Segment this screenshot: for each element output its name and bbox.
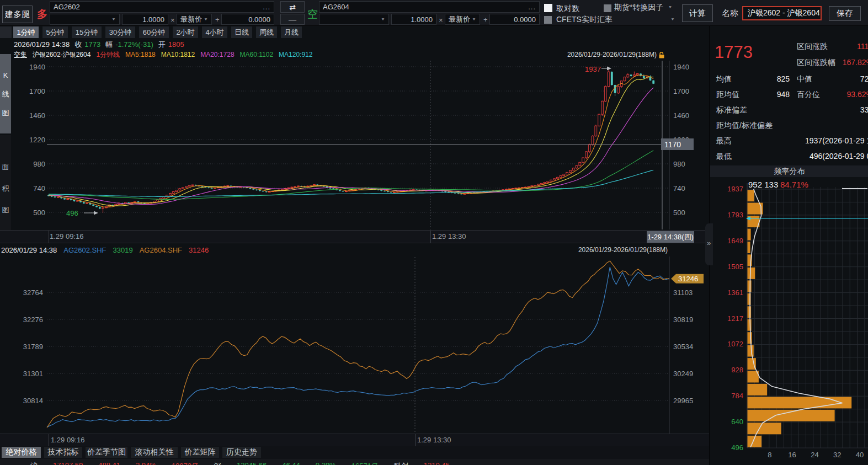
period-tab-9[interactable]: 月线 <box>281 26 302 38</box>
bottom-tab-5[interactable]: 历史走势 <box>222 447 261 458</box>
stat-range-pct-label: 区间涨跌幅 <box>797 58 835 68</box>
stat-mean-value: 825 <box>762 74 790 83</box>
svg-text:740: 740 <box>33 184 45 193</box>
fx-checkbox[interactable] <box>544 16 552 24</box>
collapse-chevron-icon: » <box>707 239 711 247</box>
svg-text:31246: 31246 <box>678 275 698 283</box>
stat-low-value: 496(2026-01-29 09:33) <box>810 152 868 161</box>
stat-high-label: 最高 <box>716 136 732 146</box>
lower-x-label-mid: 1.29 13:30 <box>417 436 451 444</box>
bottom-tab-2[interactable]: 价差季节图 <box>86 447 127 458</box>
factor-select[interactable]: 期货*转换因子▼ <box>614 2 675 13</box>
leg1-multiplier-input[interactable]: 1.0000 <box>122 14 168 25</box>
bottom-tab-row: 绝对价格技术指标价差季节图滚动相关性价差矩阵历史走势 <box>0 446 709 459</box>
chevron-down-icon: ▼ <box>670 18 675 22</box>
lower-datetime: 2026/01/29 14:38 <box>1 246 57 254</box>
right-panel: 1773 区间涨跌 1110 区间涨跌幅 167.82% 均值 825 中值 7… <box>709 26 868 465</box>
stat-low-label: 最低 <box>716 152 732 162</box>
leg2-contract-select[interactable]: ▼ <box>319 14 389 25</box>
freq-dist-title: 频率分布 <box>710 165 868 177</box>
main-kline-chart[interactable]: 1940194017001700146014601220122098098074… <box>0 61 709 244</box>
name-label: 名称 <box>722 8 738 19</box>
leg1-contract-select[interactable]: ▼ <box>50 14 120 25</box>
close-label: 收 <box>74 40 82 50</box>
bottom-tab-4[interactable]: 价差矩阵 <box>181 447 219 458</box>
svg-text:1649: 1649 <box>727 237 743 245</box>
lock-icon[interactable] <box>658 51 665 59</box>
svg-text:30819: 30819 <box>673 316 693 324</box>
leg1-offset-input[interactable]: 0.0000 <box>221 14 274 25</box>
chevron-down-icon: ▼ <box>472 17 476 21</box>
svg-text:30249: 30249 <box>673 370 693 378</box>
freq-distribution-chart: 1937179316491505136112171072928784640496… <box>710 178 868 465</box>
status-segment-6: 12045.66 <box>237 461 267 465</box>
open-value: 1805 <box>168 40 184 49</box>
period-tab-7[interactable]: 日线 <box>231 26 252 38</box>
lower-price-chart[interactable]: 3276431103322763081931789305343130130249… <box>0 256 709 447</box>
leg2-offset-input[interactable]: 0.0000 <box>489 14 540 25</box>
factor-checkbox[interactable] <box>604 4 611 12</box>
svg-text:40: 40 <box>856 451 864 459</box>
svg-text:1937: 1937 <box>585 65 601 73</box>
leg2-multiplier-input[interactable]: 1.0000 <box>391 14 436 25</box>
svg-text:1460: 1460 <box>29 111 45 120</box>
leg2-symbol-input[interactable]: AG2604 ... <box>319 1 540 13</box>
pair-label: 沪银2602-沪银2604 <box>33 50 90 60</box>
swap-legs-button[interactable]: ⇄ <box>280 1 305 13</box>
svg-text:32: 32 <box>833 451 841 459</box>
period-tab-0[interactable]: 1分钟 <box>13 26 39 38</box>
open-label: 开 <box>158 40 166 50</box>
crosshair-time-badge: 1-29 14:38(四) <box>647 231 694 243</box>
save-button[interactable]: 保存 <box>829 6 861 21</box>
panel-collapse-handle[interactable]: » <box>705 223 713 265</box>
leg2-price-type-select[interactable]: 最新价▼ <box>445 14 480 25</box>
main-chart-header: 2026/01/29 14:38 收 1773 幅 -1.72%(-31) 开 … <box>14 40 184 50</box>
stat-pctile-label: 百分位 <box>797 90 820 100</box>
svg-text:1700: 1700 <box>673 87 689 95</box>
fx-rate-select[interactable]: CFETS实时汇率▼ <box>556 14 675 25</box>
svg-text:500: 500 <box>673 209 685 217</box>
svg-text:640: 640 <box>731 418 743 426</box>
svg-text:1361: 1361 <box>727 288 743 297</box>
main-datetime: 2026/01/29 14:38 <box>14 40 70 49</box>
stat-dist-label: 距均值 <box>716 90 739 100</box>
svg-text:84.71%: 84.71% <box>780 180 808 189</box>
stat-std-label: 标准偏差 <box>716 105 747 115</box>
leg1-price-type-value: 最新价 <box>180 14 202 24</box>
period-tab-6[interactable]: 4小时 <box>202 26 227 38</box>
chevron-down-icon: ▼ <box>381 17 385 21</box>
leg2-more-button[interactable]: ... <box>528 3 536 11</box>
leg1-more-button[interactable]: ... <box>263 3 270 11</box>
leg1-symbol-input[interactable]: AG2602 ... <box>50 1 274 13</box>
spread-trading-app: 建多腿 多 AG2602 ... ▼ 1.0000 × 最新价▼ + 0.000… <box>0 0 868 465</box>
build-multi-leg-button[interactable]: 建多腿 <box>2 6 33 23</box>
set-label[interactable]: 交集 <box>14 50 27 60</box>
spread-name-value: 沪银2602 - 沪银2604 <box>748 8 820 18</box>
chevron-down-icon: ▼ <box>111 17 116 21</box>
svg-text:496: 496 <box>731 443 743 452</box>
svg-text:1793: 1793 <box>727 211 743 219</box>
svg-text:30534: 30534 <box>673 343 693 351</box>
leg1-direction-label: 多 <box>37 7 47 22</box>
stat-range-chg-value: 1110 <box>840 42 868 51</box>
bottom-tab-0[interactable]: 绝对价格 <box>2 447 41 458</box>
status-segment-10: 科创 <box>394 461 408 465</box>
spread-operator-button[interactable]: — <box>280 14 305 25</box>
period-tab-1[interactable]: 5分钟 <box>42 26 68 38</box>
bottom-tab-3[interactable]: 滚动相关性 <box>131 447 178 458</box>
svg-text:980: 980 <box>673 160 685 168</box>
stat-dist-value: 948 <box>762 90 790 99</box>
period-tab-5[interactable]: 2小时 <box>173 26 198 38</box>
period-tab-8[interactable]: 周线 <box>256 26 277 38</box>
take-log-checkbox[interactable] <box>544 4 552 12</box>
fx-rate-value: CFETS实时汇率 <box>556 15 613 25</box>
spread-name-input[interactable]: 沪银2602 - 沪银2604 <box>742 6 822 20</box>
bottom-tab-1[interactable]: 技术指标 <box>44 447 82 458</box>
period-tab-3[interactable]: 30分钟 <box>105 26 135 38</box>
status-segment-2: 488.41 <box>98 461 120 465</box>
stat-median-value: 727 <box>840 74 868 83</box>
period-tab-2[interactable]: 15分钟 <box>72 26 102 38</box>
leg1-price-type-select[interactable]: 最新价▼ <box>177 14 212 25</box>
calculate-button[interactable]: 计算 <box>682 4 713 22</box>
period-tab-4[interactable]: 60分钟 <box>139 26 169 38</box>
